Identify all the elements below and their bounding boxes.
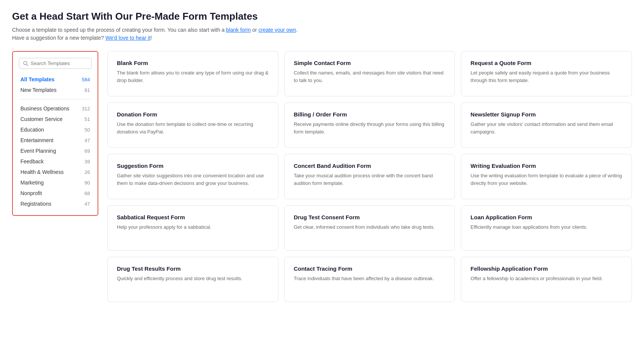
- category-count: 90: [85, 180, 90, 186]
- template-description: Use the writing evaluation form template…: [470, 172, 622, 187]
- category-count: 26: [85, 169, 90, 175]
- sidebar-category-customer-service[interactable]: Customer Service 51: [19, 114, 92, 124]
- template-description: The blank form allows you to create any …: [117, 69, 269, 84]
- search-input[interactable]: [31, 60, 87, 66]
- template-title: Loan Application Form: [470, 214, 622, 220]
- template-title: Concert Band Audition Form: [294, 163, 446, 169]
- sidebar-category-entertainment[interactable]: Entertainment 47: [19, 135, 92, 146]
- subtitle-period: .: [296, 27, 298, 33]
- sidebar-category-nonprofit[interactable]: Nonprofit 68: [19, 188, 92, 198]
- template-title: Sabbatical Request Form: [117, 214, 269, 220]
- subtitle-text-1: Choose a template to speed up the proces…: [12, 27, 225, 33]
- svg-line-1: [26, 64, 28, 66]
- svg-point-0: [23, 61, 27, 65]
- search-box[interactable]: [19, 58, 92, 69]
- search-icon: [23, 61, 28, 66]
- template-description: Gather your site visitors' contact infor…: [470, 121, 622, 135]
- template-description: Let people safely and easily request a q…: [470, 69, 622, 84]
- category-label: Business Operations: [20, 105, 69, 112]
- category-count: 69: [85, 148, 90, 154]
- template-title: Drug Test Consent Form: [294, 214, 446, 220]
- template-card-donation[interactable]: Donation Form Use the donation form temp…: [107, 102, 278, 148]
- category-count: 47: [85, 201, 90, 207]
- nav-all-templates-label: All Templates: [20, 76, 54, 82]
- nav-all-templates[interactable]: All Templates 584: [19, 74, 92, 85]
- subtitle-text-or: or: [252, 27, 257, 33]
- template-title: Simple Contact Form: [294, 60, 446, 66]
- template-description: Collect the names, emails, and messages …: [294, 69, 446, 84]
- templates-grid: Blank Form The blank form allows you to …: [107, 51, 632, 302]
- category-label: Customer Service: [20, 116, 62, 122]
- sidebar: All Templates 584 New Templates 81 Busin…: [12, 51, 98, 216]
- template-description: Quickly and efficiently process and stor…: [117, 275, 269, 282]
- template-description: Trace individuals that have been affecte…: [294, 275, 446, 282]
- template-title: Blank Form: [117, 60, 269, 66]
- sidebar-category-education[interactable]: Education 50: [19, 124, 92, 135]
- template-card-blank-form[interactable]: Blank Form The blank form allows you to …: [107, 51, 278, 96]
- template-card-concert-band[interactable]: Concert Band Audition Form Take your mus…: [284, 154, 455, 199]
- template-title: Drug Test Results Form: [117, 265, 269, 272]
- category-count: 68: [85, 191, 90, 196]
- template-description: Take your musical audition process onlin…: [294, 172, 446, 187]
- template-card-newsletter-signup[interactable]: Newsletter Signup Form Gather your site …: [461, 102, 632, 148]
- main-layout: All Templates 584 New Templates 81 Busin…: [12, 51, 632, 302]
- category-label: Nonprofit: [20, 190, 42, 196]
- category-label: Event Planning: [20, 148, 56, 154]
- category-count: 39: [85, 159, 90, 164]
- subtitle-line2-text: Have a suggestion for a new template?: [12, 35, 104, 41]
- sidebar-category-marketing[interactable]: Marketing 90: [19, 177, 92, 188]
- template-card-suggestion[interactable]: Suggestion Form Gather site visitor sugg…: [107, 154, 278, 199]
- category-label: Feedback: [20, 158, 43, 164]
- template-title: Billing / Order Form: [294, 111, 446, 118]
- nav-new-templates-label: New Templates: [20, 87, 56, 93]
- template-card-drug-test-consent[interactable]: Drug Test Consent Form Get clear, inform…: [284, 205, 455, 251]
- page-subtitle: Choose a template to speed up the proces…: [12, 26, 632, 42]
- template-title: Donation Form: [117, 111, 269, 118]
- category-count: 51: [85, 116, 90, 122]
- template-title: Newsletter Signup Form: [470, 111, 622, 118]
- blank-form-link[interactable]: blank form: [226, 27, 251, 33]
- nav-all-templates-count: 584: [82, 77, 90, 82]
- nav-new-templates-count: 81: [85, 87, 90, 93]
- template-card-loan-application[interactable]: Loan Application Form Efficiently manage…: [461, 205, 632, 251]
- category-label: Entertainment: [20, 137, 53, 143]
- template-description: Receive payments online directly through…: [294, 121, 446, 135]
- template-card-drug-test-results[interactable]: Drug Test Results Form Quickly and effic…: [107, 257, 278, 302]
- template-card-simple-contact[interactable]: Simple Contact Form Collect the names, e…: [284, 51, 455, 96]
- template-description: Gather site visitor suggestions into one…: [117, 172, 269, 187]
- nav-new-templates[interactable]: New Templates 81: [19, 85, 92, 95]
- template-description: Offer a fellowship to academics or profe…: [470, 275, 622, 282]
- template-card-billing-order[interactable]: Billing / Order Form Receive payments on…: [284, 102, 455, 148]
- template-card-fellowship-application[interactable]: Fellowship Application Form Offer a fell…: [461, 257, 632, 302]
- template-title: Writing Evaluation Form: [470, 163, 622, 169]
- template-title: Fellowship Application Form: [470, 265, 622, 272]
- template-card-contact-tracing[interactable]: Contact Tracing Form Trace individuals t…: [284, 257, 455, 302]
- category-count: 50: [85, 127, 90, 133]
- template-description: Help your professors apply for a sabbati…: [117, 223, 269, 231]
- category-count: 312: [82, 106, 90, 112]
- template-card-request-quote[interactable]: Request a Quote Form Let people safely a…: [461, 51, 632, 96]
- category-label: Education: [20, 127, 44, 133]
- nav-divider: [19, 99, 92, 99]
- template-title: Suggestion Form: [117, 163, 269, 169]
- template-card-writing-evaluation[interactable]: Writing Evaluation Form Use the writing …: [461, 154, 632, 199]
- template-card-sabbatical-request[interactable]: Sabbatical Request Form Help your profes…: [107, 205, 278, 251]
- sidebar-category-health-wellness[interactable]: Health & Wellness 26: [19, 167, 92, 177]
- create-own-link[interactable]: create your own: [258, 27, 296, 33]
- category-count: 47: [85, 138, 90, 143]
- category-label: Health & Wellness: [20, 169, 64, 175]
- sidebar-category-business-operations[interactable]: Business Operations 312: [19, 103, 92, 114]
- page-title: Get a Head Start With Our Pre-Made Form …: [12, 11, 632, 22]
- template-description: Use the donation form template to collec…: [117, 121, 269, 135]
- sidebar-category-feedback[interactable]: Feedback 39: [19, 156, 92, 167]
- template-description: Efficiently manage loan applications fro…: [470, 223, 622, 231]
- category-label: Registrations: [20, 201, 51, 207]
- subtitle-exclaim: !: [151, 35, 152, 41]
- category-label: Marketing: [20, 180, 43, 186]
- template-title: Contact Tracing Form: [294, 265, 446, 272]
- suggestion-link[interactable]: We'd love to hear it: [106, 35, 151, 41]
- template-description: Get clear, informed consent from individ…: [294, 223, 446, 231]
- sidebar-category-registrations[interactable]: Registrations 47: [19, 198, 92, 209]
- template-title: Request a Quote Form: [470, 60, 622, 66]
- sidebar-category-event-planning[interactable]: Event Planning 69: [19, 146, 92, 156]
